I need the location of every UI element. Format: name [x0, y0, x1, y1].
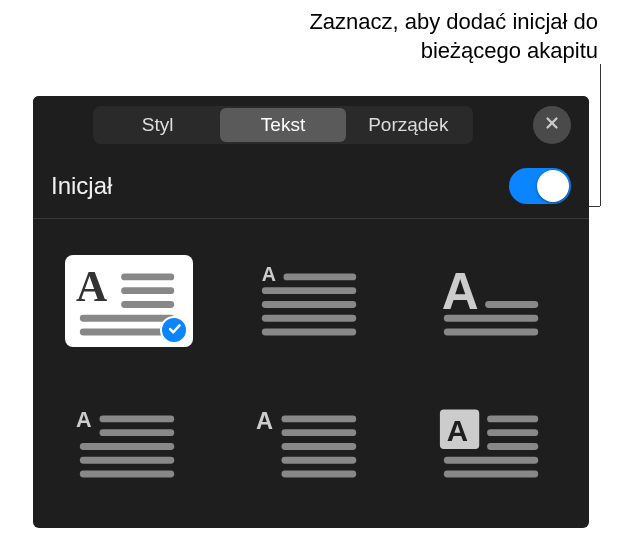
tab-porzadek[interactable]: Porządek: [346, 108, 471, 142]
svg-rect-13: [262, 329, 356, 336]
svg-rect-12: [262, 315, 356, 322]
tab-tekst[interactable]: Tekst: [220, 108, 345, 142]
svg-rect-3: [121, 273, 174, 280]
dropcap-option-5[interactable]: A: [247, 397, 375, 489]
dropcap-option-4[interactable]: A: [65, 397, 193, 489]
svg-rect-6: [80, 315, 174, 322]
close-button[interactable]: [533, 106, 571, 144]
svg-rect-34: [487, 443, 538, 450]
callout-leader-vertical: [600, 64, 601, 206]
selected-check-badge: [160, 316, 188, 344]
svg-rect-19: [100, 415, 175, 422]
dropcap-toggle[interactable]: [509, 168, 571, 204]
svg-rect-5: [121, 301, 174, 308]
svg-rect-10: [262, 287, 356, 294]
svg-rect-32: [487, 415, 538, 422]
svg-rect-35: [444, 457, 538, 464]
svg-text:A: A: [256, 408, 273, 434]
toggle-knob: [537, 170, 569, 202]
svg-rect-23: [80, 471, 174, 478]
tab-styl[interactable]: Styl: [95, 108, 220, 142]
inspector-panel: Styl Tekst Porządek Inicjał A: [33, 96, 589, 528]
tab-bar: Styl Tekst Porządek: [33, 96, 589, 154]
svg-text:A: A: [442, 263, 479, 320]
dropcap-option-3[interactable]: A: [429, 255, 557, 347]
svg-rect-28: [282, 457, 357, 464]
dropcap-style-grid: A A: [33, 219, 589, 525]
svg-text:A: A: [262, 263, 276, 285]
svg-rect-20: [100, 429, 175, 436]
callout-line2: bieżącego akapitu: [309, 37, 598, 66]
svg-text:A: A: [76, 262, 107, 310]
svg-rect-9: [283, 273, 356, 280]
svg-rect-36: [444, 471, 538, 478]
svg-rect-27: [282, 443, 357, 450]
close-icon: [543, 114, 561, 136]
svg-rect-11: [262, 301, 356, 308]
segmented-control: Styl Tekst Porządek: [93, 106, 473, 144]
svg-rect-21: [80, 443, 174, 450]
dropcap-option-2[interactable]: A: [247, 255, 375, 347]
section-title: Inicjał: [51, 172, 112, 200]
svg-rect-22: [80, 457, 174, 464]
dropcap-option-1[interactable]: A: [65, 255, 193, 347]
svg-text:A: A: [447, 414, 468, 447]
dropcap-section-header: Inicjał: [33, 154, 589, 219]
svg-rect-15: [485, 301, 538, 308]
svg-rect-29: [282, 471, 357, 478]
callout-annotation: Zaznacz, aby dodać inicjał do bieżącego …: [309, 8, 598, 65]
check-icon: [167, 321, 182, 340]
dropcap-option-6[interactable]: A: [429, 397, 557, 489]
svg-text:A: A: [76, 407, 92, 432]
svg-rect-25: [282, 415, 357, 422]
svg-rect-4: [121, 287, 174, 294]
svg-rect-17: [444, 329, 538, 336]
svg-rect-26: [282, 429, 357, 436]
callout-line1: Zaznacz, aby dodać inicjał do: [309, 8, 598, 37]
svg-rect-33: [487, 429, 538, 436]
svg-rect-16: [444, 315, 538, 322]
